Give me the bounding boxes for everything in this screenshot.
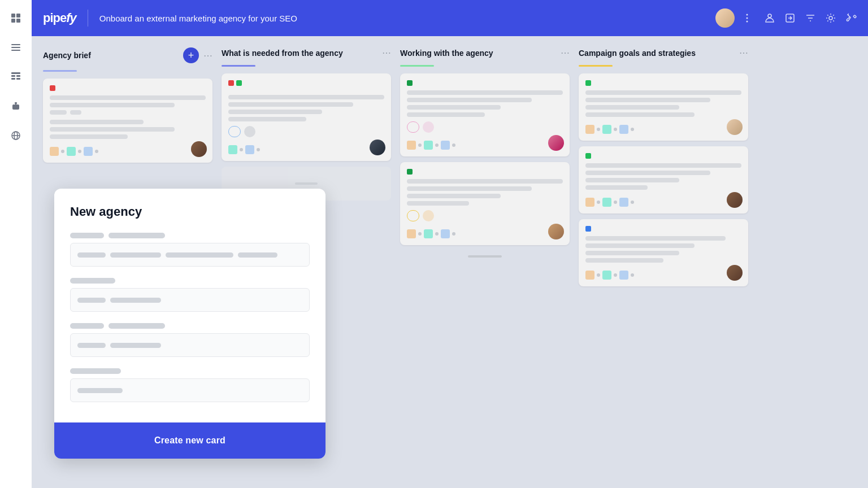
form-field-2 — [70, 278, 310, 312]
svg-rect-2 — [11, 19, 15, 23]
svg-rect-14 — [16, 106, 18, 107]
svg-rect-4 — [11, 44, 20, 45]
modal-footer: Create new card — [54, 422, 326, 459]
svg-rect-6 — [11, 50, 20, 51]
svg-rect-10 — [11, 78, 15, 80]
form-field-1 — [70, 233, 310, 267]
modal-title: New agency — [70, 204, 310, 219]
sidebar-icon-globe[interactable] — [7, 127, 25, 145]
sidebar-icon-list[interactable] — [7, 38, 25, 56]
form-field-4 — [70, 368, 310, 402]
svg-point-22 — [747, 21, 748, 23]
form-field-3 — [70, 323, 310, 357]
form-input-1[interactable] — [70, 243, 310, 267]
form-label-3 — [70, 323, 310, 329]
svg-point-24 — [829, 16, 832, 20]
header: pipefy Onboard an external marketing age… — [32, 0, 868, 36]
more-options-icon[interactable] — [741, 12, 753, 24]
form-label-1 — [70, 233, 310, 238]
svg-rect-9 — [16, 75, 20, 77]
header-actions — [715, 8, 857, 28]
filter-icon[interactable] — [805, 12, 816, 24]
svg-rect-11 — [16, 78, 20, 80]
wrench-icon[interactable] — [845, 12, 857, 24]
svg-rect-8 — [11, 75, 15, 77]
sidebar-icon-table[interactable] — [7, 68, 25, 86]
svg-rect-3 — [16, 19, 20, 23]
svg-point-21 — [747, 18, 748, 19]
import-icon[interactable] — [784, 12, 796, 24]
logo: pipefy — [43, 11, 76, 25]
main-area: pipefy Onboard an external marketing age… — [32, 0, 868, 488]
board-area: Agency brief + ⋯ — [32, 36, 868, 488]
create-card-button[interactable]: Create new card — [54, 422, 326, 459]
new-card-modal: New agency — [54, 189, 326, 459]
sidebar — [0, 0, 32, 488]
svg-rect-0 — [11, 14, 15, 18]
svg-rect-12 — [12, 104, 19, 110]
svg-rect-5 — [11, 47, 20, 48]
settings-icon[interactable] — [825, 12, 836, 24]
members-icon[interactable] — [764, 12, 775, 24]
svg-rect-7 — [11, 72, 20, 74]
svg-rect-13 — [14, 106, 15, 107]
svg-rect-15 — [15, 102, 17, 104]
modal-body: New agency — [54, 189, 326, 422]
header-divider — [88, 10, 88, 27]
svg-rect-1 — [16, 14, 20, 18]
form-input-4[interactable] — [70, 378, 310, 402]
form-input-2[interactable] — [70, 288, 310, 312]
form-label-2 — [70, 278, 310, 284]
user-avatar[interactable] — [715, 8, 735, 28]
sidebar-icon-grid[interactable] — [7, 9, 25, 27]
header-title: Onboard an external marketing agency for… — [99, 14, 715, 23]
svg-point-20 — [747, 14, 748, 16]
svg-rect-16 — [15, 104, 16, 105]
form-input-3[interactable] — [70, 333, 310, 357]
sidebar-icon-bot[interactable] — [7, 97, 25, 115]
form-label-4 — [70, 368, 310, 374]
